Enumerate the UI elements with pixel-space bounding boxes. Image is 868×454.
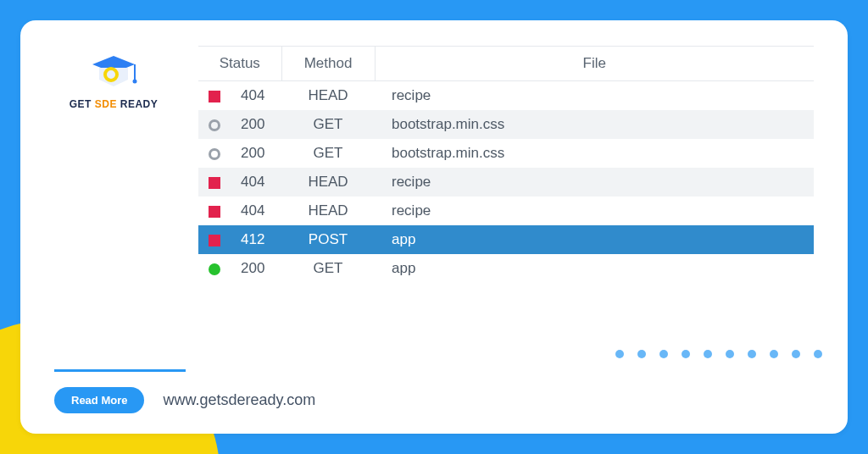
- main-card: GET SDE READY Status Method File 404HEAD…: [20, 20, 848, 434]
- graduation-cap-icon: [84, 51, 143, 95]
- col-header-method[interactable]: Method: [281, 47, 375, 81]
- status-icon-cell: [198, 254, 231, 283]
- http-method: HEAD: [281, 197, 375, 225]
- http-method: GET: [281, 254, 375, 283]
- svg-point-4: [133, 80, 137, 84]
- brand-text: GET SDE READY: [70, 98, 159, 110]
- http-method: GET: [281, 139, 375, 168]
- site-url: www.getsdeready.com: [163, 391, 315, 409]
- success-circle-icon: [209, 263, 220, 275]
- file-name: bootstrap.min.css: [375, 110, 814, 139]
- http-method: POST: [281, 225, 375, 254]
- file-name: app: [375, 254, 814, 283]
- http-method: GET: [281, 110, 375, 139]
- status-icon-cell: [198, 168, 231, 197]
- status-icon-cell: [198, 81, 231, 111]
- error-square-icon: [209, 235, 220, 246]
- http-method: HEAD: [281, 168, 375, 197]
- status-code: 200: [231, 254, 281, 283]
- file-name: app: [375, 225, 814, 254]
- file-name: recipe: [375, 168, 814, 197]
- status-code: 404: [231, 197, 281, 225]
- table-row[interactable]: 404HEADrecipe: [198, 168, 814, 197]
- table-row[interactable]: 404HEADrecipe: [198, 197, 814, 225]
- card-footer: Read More www.getsdeready.com: [54, 369, 814, 413]
- error-square-icon: [209, 177, 220, 189]
- table-row[interactable]: 412POSTapp: [198, 225, 814, 254]
- status-code: 200: [231, 139, 281, 168]
- table-row[interactable]: 200GETbootstrap.min.css: [198, 139, 814, 168]
- status-code: 404: [231, 81, 281, 111]
- pending-circle-icon: [209, 148, 220, 160]
- status-code: 404: [231, 168, 281, 197]
- status-code: 200: [231, 110, 281, 139]
- decorative-dots: [615, 350, 822, 358]
- pending-circle-icon: [209, 119, 220, 131]
- brand-logo: GET SDE READY: [54, 46, 173, 110]
- network-table: Status Method File 404HEADrecipe200GETbo…: [198, 46, 814, 283]
- accent-divider: [54, 369, 186, 372]
- col-header-status[interactable]: Status: [198, 47, 281, 81]
- table-row[interactable]: 404HEADrecipe: [198, 81, 814, 111]
- status-icon-cell: [198, 197, 231, 225]
- table-row[interactable]: 200GETapp: [198, 254, 814, 283]
- read-more-button[interactable]: Read More: [54, 387, 144, 413]
- status-code: 412: [231, 225, 281, 254]
- error-square-icon: [209, 91, 220, 102]
- status-icon-cell: [198, 139, 231, 168]
- http-method: HEAD: [281, 81, 375, 111]
- status-icon-cell: [198, 225, 231, 254]
- file-name: recipe: [375, 197, 814, 225]
- table-row[interactable]: 200GETbootstrap.min.css: [198, 110, 814, 139]
- status-icon-cell: [198, 110, 231, 139]
- file-name: recipe: [375, 81, 814, 111]
- error-square-icon: [209, 206, 220, 218]
- col-header-file[interactable]: File: [375, 47, 814, 81]
- table-header-row: Status Method File: [198, 47, 814, 81]
- file-name: bootstrap.min.css: [375, 139, 814, 168]
